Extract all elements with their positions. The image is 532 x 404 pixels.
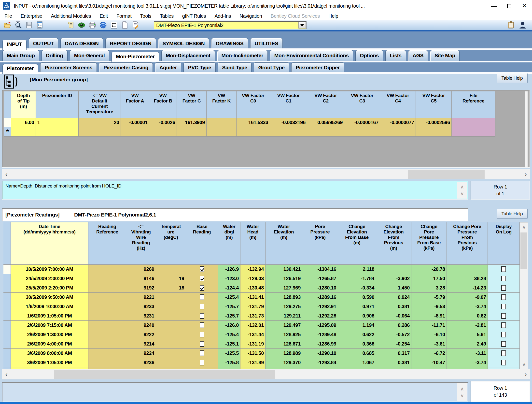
cell[interactable]: 9269 [126, 265, 156, 274]
checkbox[interactable] [501, 294, 506, 300]
column-header[interactable]: File Reference [452, 91, 495, 118]
cell[interactable] [344, 127, 380, 137]
cell[interactable]: -1280.10 [302, 283, 338, 293]
cell[interactable] [11, 127, 36, 137]
menu-navigation[interactable]: Navigation [239, 13, 262, 19]
cell[interactable]: 0.05695269 [307, 118, 344, 127]
column-header[interactable]: Base Reading [186, 222, 218, 265]
tab-pvc-type[interactable]: PVC Type [183, 62, 215, 72]
cell[interactable]: -3.11 [447, 349, 488, 358]
tab-utilities[interactable]: UTILITIES [250, 38, 283, 48]
column-header[interactable]: Piezometer ID [36, 91, 79, 118]
cell[interactable]: -131.41 [240, 293, 266, 302]
cell[interactable]: 3/6/2009 1:05:00 PM [11, 358, 88, 367]
checkbox[interactable] [200, 322, 204, 328]
cell[interactable]: -3.902 [376, 274, 411, 283]
cell[interactable]: -0.064 [376, 311, 411, 321]
tab-drawings[interactable]: DRAWINGS [211, 38, 248, 48]
cell[interactable]: -125.7 [218, 311, 240, 321]
cell[interactable]: 0.924 [376, 293, 411, 302]
cell[interactable]: 9240 [126, 321, 156, 330]
checkbox[interactable] [200, 332, 204, 337]
cell[interactable]: -1292.91 [302, 302, 338, 311]
cell[interactable]: -6.72 [411, 349, 447, 358]
row-selector[interactable] [3, 293, 11, 302]
cell[interactable]: 5.61 [447, 330, 488, 339]
row-selector[interactable] [3, 330, 11, 339]
row-selector[interactable] [3, 349, 11, 358]
column-header[interactable]: Water dbgl (m) [218, 222, 240, 265]
cell[interactable] [156, 358, 186, 367]
row-selector[interactable] [3, 339, 11, 349]
cell[interactable] [126, 367, 156, 369]
cell[interactable]: 0.590 [338, 293, 376, 302]
checkbox[interactable] [200, 350, 204, 356]
cell[interactable]: -125.4 [218, 330, 240, 339]
cell[interactable]: 129.370 [266, 358, 302, 367]
preview-eye-icon[interactable] [78, 21, 85, 29]
print-preview-icon[interactable] [14, 21, 22, 29]
checkbox[interactable] [501, 285, 506, 291]
row-selector[interactable] [3, 311, 11, 321]
scroll-down-icon[interactable]: ∨ [520, 360, 528, 369]
menu-gint-rules[interactable]: gINT Rules [182, 13, 206, 19]
cell[interactable] [488, 265, 520, 274]
cell[interactable]: -125.7 [218, 302, 240, 311]
cell[interactable]: 9233 [126, 302, 156, 311]
cell[interactable]: 130.421 [266, 265, 302, 274]
cell[interactable]: -3.74 [447, 302, 488, 311]
column-header[interactable]: Date Time (dd/mm/yyyy hh:mm:ss) [11, 222, 88, 265]
cell[interactable] [207, 118, 237, 127]
row-selector-header[interactable] [3, 222, 11, 265]
cell[interactable]: -126.0 [218, 321, 240, 330]
cell[interactable]: 161.5333 [237, 118, 270, 127]
menu-additional-modules[interactable]: Additional Modules [51, 13, 91, 19]
cell[interactable] [79, 127, 121, 137]
cell[interactable] [177, 127, 207, 137]
tab-site-map[interactable]: Site Map [430, 50, 460, 61]
cell[interactable]: -0.0000077 [380, 118, 416, 127]
cell[interactable]: -1265.87 [302, 274, 338, 283]
cell[interactable]: 126.519 [266, 274, 302, 283]
cell[interactable] [307, 127, 344, 137]
cell[interactable]: -131.44 [240, 330, 266, 339]
cell[interactable]: 1.450 [376, 283, 411, 293]
cell[interactable]: -131.19 [240, 339, 266, 349]
description-scrollbar[interactable]: ∧∨ [457, 182, 467, 199]
cell[interactable] [186, 283, 218, 293]
cell[interactable]: 128.989 [266, 349, 302, 358]
scroll-right-icon[interactable]: › [521, 369, 530, 379]
tab-report-design[interactable]: REPORT DESIGN [105, 38, 156, 48]
readings-hscrollbar[interactable]: ‹ › [2, 369, 530, 379]
group-table-hscrollbar[interactable]: ‹ › [2, 169, 530, 179]
row-selector[interactable] [3, 321, 11, 330]
cell[interactable]: -129.03 [240, 274, 266, 283]
tab-piezometer[interactable]: Piezometer [2, 64, 38, 74]
checkbox[interactable] [501, 332, 506, 337]
cell[interactable]: 9192 [126, 283, 156, 293]
cell[interactable] [218, 367, 240, 369]
cell[interactable]: 1 [36, 118, 79, 127]
tab-ags[interactable]: AGS [408, 50, 428, 61]
column-header[interactable]: Depth of Tip (m) [11, 91, 36, 118]
cell[interactable]: 19 [156, 274, 186, 283]
cell[interactable]: -0.00001 [121, 118, 149, 127]
group-table-vscroll-track[interactable] [525, 91, 528, 167]
checkbox[interactable] [200, 294, 204, 300]
cell[interactable]: -1286.99 [302, 339, 338, 349]
scrollbar-thumb[interactable] [408, 170, 485, 179]
scroll-up-icon[interactable]: ∧ [457, 386, 467, 392]
scrollbar-thumb[interactable] [54, 370, 275, 379]
cell[interactable]: 0.381 [376, 302, 411, 311]
cell[interactable]: -11.71 [411, 321, 447, 330]
cell[interactable]: -6.10 [411, 330, 447, 339]
tab-mon-general[interactable]: Mon-General [70, 50, 109, 61]
cell[interactable]: 1/6/2009 10:00:00 AM [11, 302, 88, 311]
tab-grout-type[interactable]: Grout Type [254, 62, 289, 72]
column-header[interactable]: VW Factor C [177, 91, 207, 118]
readings-vscrollbar[interactable]: ∧ ∨ [520, 222, 528, 369]
cell[interactable]: -131.73 [240, 311, 266, 321]
scroll-up-icon[interactable]: ∧ [457, 184, 467, 190]
checkbox[interactable] [501, 276, 506, 281]
cell[interactable]: 2.49 [447, 339, 488, 349]
